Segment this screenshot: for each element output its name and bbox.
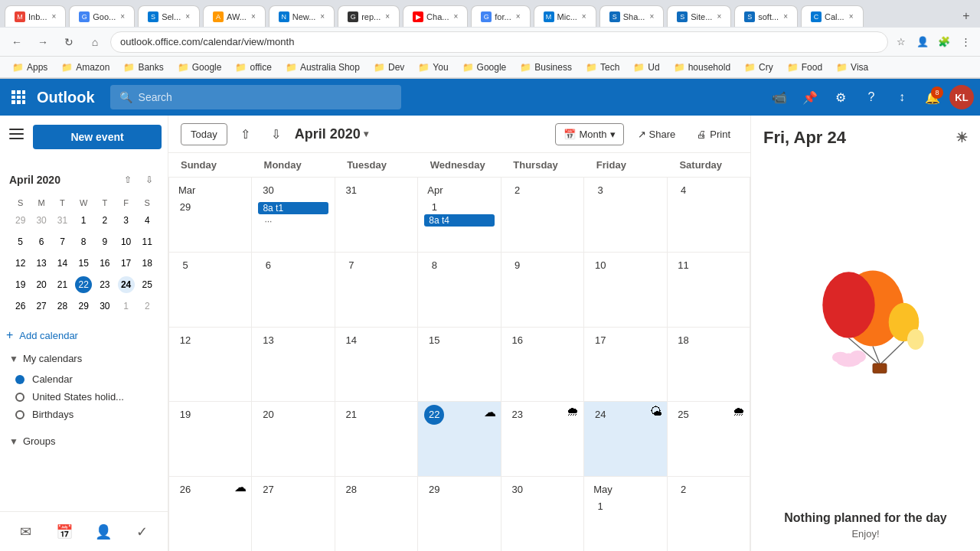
mini-cal-day[interactable]: 30 xyxy=(31,210,51,230)
mini-cal-day[interactable]: 2 xyxy=(138,296,157,316)
calendar-cell[interactable]: 30 xyxy=(501,477,584,551)
browser-tab-cha[interactable]: ▶ Cha... × xyxy=(403,5,468,27)
new-tab-button[interactable]: + xyxy=(957,7,975,25)
browser-tab-aw[interactable]: A AW... × xyxy=(203,5,266,27)
calendar-item-calendar[interactable]: Calendar xyxy=(9,370,158,388)
mini-cal-day[interactable]: 29 xyxy=(74,296,93,316)
calendar-cell[interactable]: 12 xyxy=(169,328,252,402)
bookmark-office[interactable]: 📁office xyxy=(229,60,277,74)
calendar-cell[interactable]: 8 xyxy=(418,253,501,327)
browser-tab-inbox[interactable]: M Inb... × xyxy=(5,5,66,27)
calendar-cell[interactable]: 10 xyxy=(584,253,667,327)
address-bar[interactable]: outlook.office.com/calendar/view/month xyxy=(110,31,888,53)
calendar-cell[interactable]: 15 xyxy=(418,328,501,402)
bookmark-cry[interactable]: 📁Cry xyxy=(738,60,779,74)
calendar-cell[interactable]: 19 xyxy=(169,402,252,476)
mini-cal-day[interactable]: 14 xyxy=(53,253,72,273)
calendar-item-birthdays[interactable]: Birthdays xyxy=(9,406,158,423)
browser-tab-cal[interactable]: C Cal... × xyxy=(801,5,864,27)
bookmark-dev[interactable]: 📁Dev xyxy=(368,60,410,74)
view-selector[interactable]: 📅 Month ▾ xyxy=(555,123,623,145)
bookmark-ud[interactable]: 📁Ud xyxy=(627,60,665,74)
my-calendars-header[interactable]: ▼ My calendars xyxy=(9,353,158,364)
bookmark-visa[interactable]: 📁Visa xyxy=(830,60,874,74)
sidebar-mail-icon[interactable]: ✉ xyxy=(11,518,39,546)
mini-calendar-prev-button[interactable]: ⇧ xyxy=(119,171,137,189)
print-button[interactable]: 🖨 Print xyxy=(689,124,738,145)
mini-cal-day[interactable]: 18 xyxy=(138,253,157,273)
hamburger-menu-button[interactable] xyxy=(6,122,27,146)
mini-cal-day[interactable]: 2 xyxy=(95,210,114,230)
bookmark-business[interactable]: 📁Business xyxy=(514,60,578,74)
calendar-cell[interactable]: 22☁ xyxy=(418,402,501,476)
mini-cal-day[interactable]: 4 xyxy=(138,210,157,230)
calendar-cell[interactable]: 2 xyxy=(501,178,584,252)
calendar-cell[interactable]: 308a t1··· xyxy=(252,178,335,252)
calendar-cell[interactable]: 21 xyxy=(335,402,418,476)
share-button[interactable]: ↗ Share xyxy=(630,124,684,145)
mini-cal-day[interactable]: 3 xyxy=(116,210,136,230)
calendar-cell[interactable]: 23🌧 xyxy=(501,402,584,476)
calendar-cell[interactable]: May 1 xyxy=(584,477,667,551)
mini-cal-day[interactable]: 20 xyxy=(31,275,51,295)
more-options-icon[interactable]: ⋮ xyxy=(957,34,974,51)
more-events-link[interactable]: ··· xyxy=(258,214,328,228)
meeting-icon-button[interactable]: 📹 xyxy=(766,83,793,111)
bookmark-apps[interactable]: 📁Apps xyxy=(6,60,54,74)
calendar-cell[interactable]: 16 xyxy=(501,328,584,402)
mini-cal-day[interactable]: 30 xyxy=(95,296,114,316)
forward-button[interactable]: → xyxy=(32,31,54,53)
mini-cal-day[interactable]: 22 xyxy=(74,275,93,295)
browser-tab-for[interactable]: G for... × xyxy=(471,5,530,27)
calendar-cell[interactable]: 2 xyxy=(668,477,750,551)
browser-tab-sel[interactable]: S Sel... × xyxy=(138,5,200,27)
browser-tab-new[interactable]: N New... × xyxy=(269,5,335,27)
calendar-cell[interactable]: 11 xyxy=(668,253,750,327)
bookmark-google[interactable]: 📁Google xyxy=(172,60,228,74)
mini-cal-day[interactable]: 7 xyxy=(53,232,72,252)
help-icon-button[interactable]: ? xyxy=(858,83,885,111)
mini-cal-day[interactable]: 8 xyxy=(74,232,93,252)
calendar-cell[interactable]: 26☁ xyxy=(169,477,252,551)
home-button[interactable]: ⌂ xyxy=(84,31,106,53)
groups-header[interactable]: ▼ Groups xyxy=(9,435,158,447)
bookmark-household[interactable]: 📁household xyxy=(668,60,737,74)
profile-icon[interactable]: 👤 xyxy=(914,34,931,51)
calendar-prev-button[interactable]: ⇧ xyxy=(234,122,258,146)
new-event-button[interactable]: New event xyxy=(33,125,162,149)
mini-cal-day[interactable]: 29 xyxy=(11,210,30,230)
calendar-cell[interactable]: 25🌧 xyxy=(668,402,750,476)
browser-tab-site[interactable]: S Site... × xyxy=(667,5,731,27)
sidebar-people-icon[interactable]: 👤 xyxy=(90,518,117,546)
extensions-icon[interactable]: 🧩 xyxy=(936,34,952,51)
browser-tab-google[interactable]: G Goo... × xyxy=(69,5,135,27)
browser-tab-sha[interactable]: S Sha... × xyxy=(599,5,665,27)
calendar-cell[interactable]: Apr 18a t4 xyxy=(418,178,501,252)
mini-cal-day[interactable]: 25 xyxy=(138,275,157,295)
send-receive-icon-button[interactable]: ↕ xyxy=(888,83,916,111)
bookmark-food[interactable]: 📁Food xyxy=(781,60,828,74)
waffle-icon[interactable] xyxy=(6,85,31,109)
mini-cal-day[interactable]: 12 xyxy=(11,253,30,273)
header-search[interactable]: 🔍 Search xyxy=(110,85,401,109)
today-button[interactable]: Today xyxy=(181,123,227,145)
calendar-month-year[interactable]: April 2020 ▾ xyxy=(295,126,368,142)
sidebar-tasks-icon[interactable]: ✓ xyxy=(129,518,156,546)
bookmark-tech[interactable]: 📁Tech xyxy=(580,60,626,74)
mini-cal-day[interactable]: 5 xyxy=(11,232,30,252)
calendar-cell[interactable]: 7 xyxy=(335,253,418,327)
browser-tab-soft[interactable]: S soft... × xyxy=(734,5,798,27)
calendar-cell[interactable]: Mar 29 xyxy=(169,178,252,252)
mini-cal-day[interactable]: 19 xyxy=(11,275,30,295)
calendar-next-button[interactable]: ⇩ xyxy=(264,122,289,146)
calendar-cell[interactable]: 5 xyxy=(169,253,252,327)
mini-cal-day[interactable]: 6 xyxy=(31,232,51,252)
calendar-cell[interactable]: 6 xyxy=(252,253,335,327)
calendar-cell[interactable]: 27 xyxy=(252,477,335,551)
settings-icon-button[interactable]: ⚙ xyxy=(827,83,854,111)
mini-cal-day[interactable]: 1 xyxy=(116,296,136,316)
calendar-event[interactable]: 8a t1 xyxy=(258,202,328,214)
browser-tab-rep[interactable]: G rep... × xyxy=(338,5,400,27)
calendar-item-us-holidays[interactable]: United States holid... xyxy=(9,388,158,406)
mini-cal-day[interactable]: 11 xyxy=(138,232,157,252)
